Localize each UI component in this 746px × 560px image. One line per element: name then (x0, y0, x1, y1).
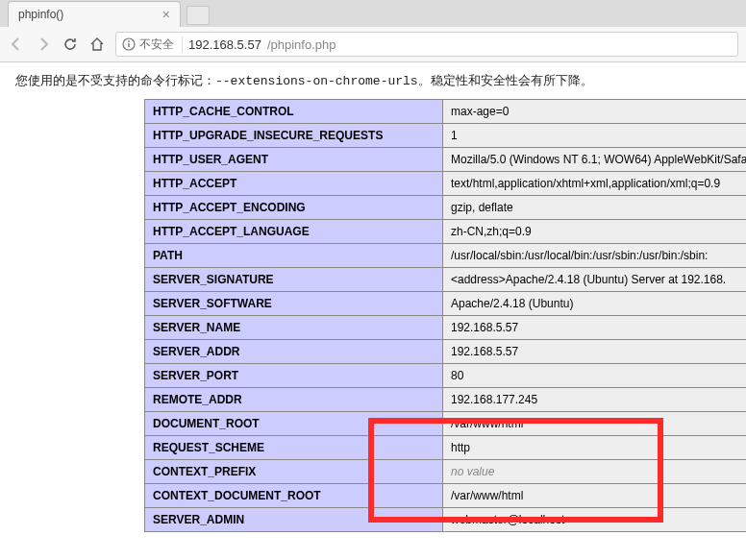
config-key: REMOTE_ADDR (145, 388, 443, 412)
table-row: REQUEST_SCHEMEhttp (145, 436, 747, 460)
config-value: 192.168.177.245 (443, 388, 747, 412)
url-path: /phpinfo.php (267, 37, 336, 52)
config-key: SERVER_ADDR (145, 340, 443, 364)
table-row: HTTP_UPGRADE_INSECURE_REQUESTS1 (145, 124, 747, 148)
config-key: SERVER_PORT (145, 364, 443, 388)
table-row: HTTP_ACCEPT_LANGUAGEzh-CN,zh;q=0.9 (145, 220, 747, 244)
info-icon (122, 37, 136, 51)
config-key: CONTEXT_DOCUMENT_ROOT (145, 484, 443, 508)
table-row: PATH/usr/local/sbin:/usr/local/bin:/usr/… (145, 244, 747, 268)
address-bar[interactable]: 不安全 192.168.5.57/phpinfo.php (115, 32, 738, 57)
back-button[interactable] (8, 36, 25, 53)
config-key: HTTP_ACCEPT_LANGUAGE (145, 220, 443, 244)
table-row: SERVER_PORT80 (145, 364, 747, 388)
reload-icon (62, 37, 78, 52)
table-row: CONTEXT_PREFIXno value (145, 460, 747, 484)
page-content: HTTP_CACHE_CONTROLmax-age=0HTTP_UPGRADE_… (0, 99, 746, 532)
config-value: http (443, 436, 747, 460)
table-row: SERVER_NAME192.168.5.57 (145, 316, 747, 340)
table-row: CONTEXT_DOCUMENT_ROOT/var/www/html (145, 484, 747, 508)
table-row: HTTP_ACCEPT_ENCODINGgzip, deflate (145, 196, 747, 220)
config-key: HTTP_UPGRADE_INSECURE_REQUESTS (145, 124, 443, 148)
arrow-left-icon (9, 37, 24, 52)
config-key: DOCUMENT_ROOT (145, 412, 443, 436)
home-button[interactable] (88, 36, 106, 53)
reload-button[interactable] (62, 36, 79, 53)
table-row: SERVER_SOFTWAREApache/2.4.18 (Ubuntu) (145, 292, 747, 316)
config-key: CONTEXT_PREFIX (145, 460, 443, 484)
browser-chrome: phpinfo() × 不安全 192.168.5.57/phpinfo.php (0, 0, 746, 62)
config-value: 192.168.5.57 (443, 340, 747, 364)
config-value: /var/www/html (443, 484, 747, 508)
table-row: HTTP_USER_AGENTMozilla/5.0 (Windows NT 6… (145, 148, 747, 172)
config-value: gzip, deflate (443, 196, 747, 220)
toolbar: 不安全 192.168.5.57/phpinfo.php (0, 27, 746, 61)
phpinfo-table: HTTP_CACHE_CONTROLmax-age=0HTTP_UPGRADE_… (144, 99, 746, 532)
url-host: 192.168.5.57 (188, 37, 261, 52)
config-key: SERVER_ADMIN (145, 508, 443, 532)
warning-bar: 您使用的是不受支持的命令行标记：--extensions-on-chrome-u… (0, 62, 746, 99)
browser-tab[interactable]: phpinfo() × (8, 1, 181, 27)
config-value: max-age=0 (443, 100, 747, 124)
tab-bar: phpinfo() × (0, 0, 746, 27)
config-key: REQUEST_SCHEME (145, 436, 443, 460)
arrow-right-icon (36, 37, 51, 52)
warning-flag: --extensions-on-chrome-urls (215, 74, 418, 88)
insecure-label: 不安全 (139, 37, 174, 53)
config-value: webmaster@localhost (443, 508, 747, 532)
config-value: 80 (443, 364, 747, 388)
svg-point-2 (128, 40, 130, 42)
config-key: HTTP_USER_AGENT (145, 148, 443, 172)
config-value: 192.168.5.57 (443, 316, 747, 340)
warning-prefix: 您使用的是不受支持的命令行标记： (15, 73, 215, 87)
config-value: /var/www/html (443, 412, 747, 436)
config-value: no value (443, 460, 747, 484)
config-key: PATH (145, 244, 443, 268)
table-row: SERVER_SIGNATURE<address>Apache/2.4.18 (… (145, 268, 747, 292)
tab-title: phpinfo() (18, 8, 63, 21)
config-key: SERVER_SIGNATURE (145, 268, 443, 292)
config-value: Mozilla/5.0 (Windows NT 6.1; WOW64) Appl… (443, 148, 747, 172)
config-key: HTTP_ACCEPT (145, 172, 443, 196)
config-value: Apache/2.4.18 (Ubuntu) (443, 292, 747, 316)
table-row: SERVER_ADDR192.168.5.57 (145, 340, 747, 364)
table-row: SERVER_ADMINwebmaster@localhost (145, 508, 747, 532)
table-row: HTTP_CACHE_CONTROLmax-age=0 (145, 100, 747, 124)
config-key: HTTP_CACHE_CONTROL (145, 100, 443, 124)
table-row: REMOTE_ADDR192.168.177.245 (145, 388, 747, 412)
close-icon[interactable]: × (162, 7, 170, 22)
forward-button[interactable] (35, 36, 52, 53)
config-value: zh-CN,zh;q=0.9 (443, 220, 747, 244)
config-value: /usr/local/sbin:/usr/local/bin:/usr/sbin… (443, 244, 747, 268)
table-row: HTTP_ACCEPTtext/html,application/xhtml+x… (145, 172, 747, 196)
security-indicator[interactable]: 不安全 (122, 37, 183, 53)
config-key: HTTP_ACCEPT_ENCODING (145, 196, 443, 220)
home-icon (89, 37, 105, 52)
config-key: SERVER_NAME (145, 316, 443, 340)
config-value: <address>Apache/2.4.18 (Ubuntu) Server a… (443, 268, 747, 292)
config-value: 1 (443, 124, 747, 148)
config-key: SERVER_SOFTWARE (145, 292, 443, 316)
config-value: text/html,application/xhtml+xml,applicat… (443, 172, 747, 196)
warning-suffix: 。稳定性和安全性会有所下降。 (418, 73, 593, 87)
table-row: DOCUMENT_ROOT/var/www/html (145, 412, 747, 436)
new-tab-button[interactable] (186, 6, 210, 25)
